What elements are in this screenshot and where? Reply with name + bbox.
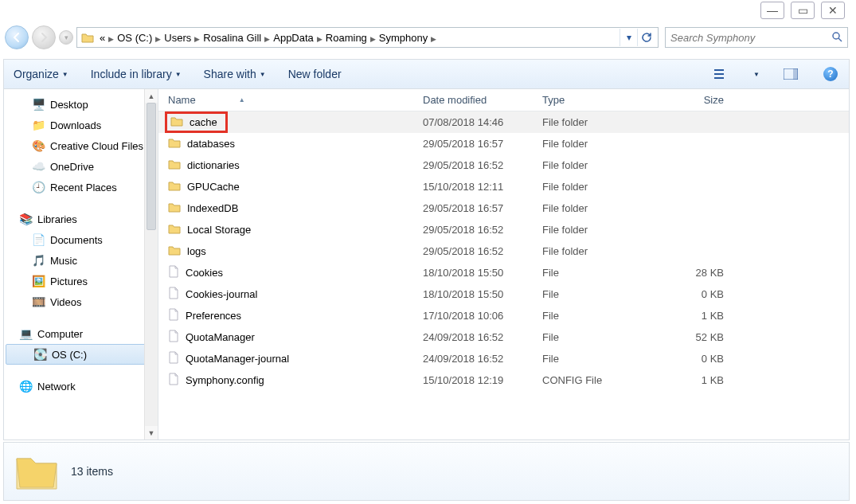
search-icon[interactable]: [831, 31, 842, 45]
desktop-icon: 🖥️: [31, 97, 45, 111]
breadcrumb-segment[interactable]: AppData: [272, 32, 315, 44]
tree-item-label: Computer: [37, 328, 83, 340]
breadcrumb-ellipsis[interactable]: «: [96, 32, 105, 44]
search-box[interactable]: [665, 27, 848, 48]
file-row[interactable]: cache07/08/2018 14:46File folder: [158, 111, 849, 133]
file-row[interactable]: logs29/05/2018 16:52File folder: [158, 240, 849, 262]
chevron-right-icon[interactable]: ▶: [193, 35, 201, 43]
file-row[interactable]: GPUCache15/10/2018 12:11File folder: [158, 176, 849, 197]
file-row[interactable]: Preferences17/10/2018 10:06File1 KB: [158, 305, 849, 326]
forward-button[interactable]: [32, 25, 56, 49]
svg-point-0: [833, 33, 839, 39]
tree-item[interactable]: 🎵Music: [4, 250, 158, 271]
tree-item[interactable]: 💽OS (C:): [6, 344, 156, 365]
tree-item[interactable]: 🖼️Pictures: [4, 271, 158, 291]
onedrive-icon: ☁️: [31, 159, 45, 174]
item-count-label: 13 items: [71, 465, 113, 478]
file-name: dictionaries: [187, 159, 240, 171]
file-date: 29/05/2018 16:52: [423, 245, 542, 257]
share-with-menu[interactable]: Share with▼: [204, 68, 266, 80]
file-row[interactable]: QuotaManager-journal24/09/2018 16:52File…: [158, 348, 849, 369]
scrollbar-thumb[interactable]: [147, 103, 156, 230]
folder-icon: [168, 180, 181, 193]
tree-item[interactable]: 🖥️Desktop: [4, 94, 158, 115]
chevron-right-icon[interactable]: ▶: [263, 35, 272, 43]
tree-item[interactable]: 📁Downloads: [4, 115, 158, 135]
chevron-right-icon[interactable]: ▶: [315, 35, 324, 43]
address-bar[interactable]: « ▶OS (C:)▶Users▶Rosalina Gill▶AppData▶R…: [76, 27, 659, 48]
close-button[interactable]: ✕: [821, 2, 845, 19]
column-date-modified[interactable]: Date modified: [423, 94, 542, 106]
file-row[interactable]: Cookies-journal18/10/2018 15:50File0 KB: [158, 283, 849, 305]
breadcrumb-segment[interactable]: Symphony: [377, 32, 429, 44]
command-toolbar: Organize▼ Include in library▼ Share with…: [3, 59, 850, 89]
file-type: File folder: [542, 224, 660, 236]
libraries-icon: 📚: [18, 212, 33, 226]
preview-pane-button[interactable]: [782, 65, 799, 83]
file-name: Preferences: [186, 310, 241, 322]
file-type: File: [542, 331, 660, 343]
file-row[interactable]: QuotaManager24/09/2018 16:52File52 KB: [158, 326, 849, 348]
file-icon: [168, 308, 179, 323]
chevron-right-icon[interactable]: ▶: [154, 35, 162, 43]
tree-item[interactable]: 🌐Network: [4, 376, 158, 397]
maximize-button[interactable]: ▭: [791, 2, 815, 19]
search-input[interactable]: [670, 32, 831, 44]
help-button[interactable]: ?: [822, 65, 839, 83]
folder-icon: [168, 158, 181, 172]
tree-item[interactable]: ☁️OneDrive: [4, 156, 158, 177]
address-dropdown-icon[interactable]: ▾: [620, 29, 637, 46]
sidebar-scrollbar[interactable]: ▲ ▼: [144, 89, 158, 440]
file-row[interactable]: databases29/05/2018 16:57File folder: [158, 133, 849, 154]
tree-item[interactable]: 🎨Creative Cloud Files: [4, 135, 158, 156]
tree-item[interactable]: 📄Documents: [4, 229, 158, 250]
organize-menu[interactable]: Organize▼: [14, 68, 68, 80]
breadcrumb-segment[interactable]: OS (C:): [115, 32, 154, 44]
chevron-right-icon[interactable]: ▶: [107, 35, 115, 43]
tree-item[interactable]: 🕘Recent Places: [4, 177, 158, 197]
breadcrumb-segment[interactable]: Roaming: [324, 32, 369, 44]
file-date: 29/05/2018 16:57: [423, 138, 542, 150]
view-options-button[interactable]: [713, 65, 731, 83]
file-date: 24/09/2018 16:52: [423, 331, 542, 343]
file-row[interactable]: Cookies18/10/2018 15:50File28 KB: [158, 262, 849, 283]
scroll-up-icon[interactable]: ▲: [145, 89, 158, 103]
tree-item[interactable]: 🎞️Videos: [4, 291, 158, 312]
column-size[interactable]: Size: [660, 94, 732, 106]
history-dropdown-icon[interactable]: ▾: [59, 30, 73, 45]
file-name: Symphony.config: [186, 374, 264, 386]
folder-icon: [168, 244, 181, 258]
file-date: 18/10/2018 15:50: [423, 288, 542, 300]
chevron-right-icon[interactable]: ▶: [369, 35, 377, 43]
file-icon: [168, 265, 179, 280]
include-in-library-menu[interactable]: Include in library▼: [91, 68, 182, 80]
file-row[interactable]: IndexedDB29/05/2018 16:57File folder: [158, 197, 849, 219]
folder-icon: [168, 201, 181, 215]
scroll-down-icon[interactable]: ▼: [145, 426, 158, 440]
pictures-icon: 🖼️: [31, 274, 45, 288]
svg-rect-3: [714, 77, 724, 79]
file-name: cache: [190, 116, 217, 128]
sort-ascending-icon: ▲: [239, 96, 245, 104]
file-row[interactable]: Local Storage29/05/2018 16:52File folder: [158, 219, 849, 240]
new-folder-button[interactable]: New folder: [288, 68, 342, 80]
tree-item[interactable]: 📚Libraries: [4, 209, 158, 229]
column-headers: Name▲ Date modified Type Size: [158, 89, 849, 111]
back-button[interactable]: [5, 25, 29, 49]
file-row[interactable]: dictionaries29/05/2018 16:52File folder: [158, 154, 849, 176]
chevron-right-icon[interactable]: ▶: [429, 35, 438, 43]
column-name[interactable]: Name▲: [168, 94, 423, 106]
file-name: Cookies-journal: [186, 288, 257, 300]
minimize-button[interactable]: —: [760, 2, 784, 19]
file-type: File folder: [542, 202, 660, 214]
refresh-button[interactable]: [637, 29, 655, 46]
tree-item-label: OneDrive: [50, 161, 94, 173]
tree-item[interactable]: 💻Computer: [4, 323, 158, 344]
breadcrumb-segment[interactable]: Rosalina Gill: [201, 32, 263, 44]
file-icon: [168, 287, 179, 302]
file-row[interactable]: Symphony.config15/10/2018 12:19CONFIG Fi…: [158, 369, 849, 391]
column-type[interactable]: Type: [542, 94, 660, 106]
drive-icon: 💽: [33, 347, 47, 361]
breadcrumb-segment[interactable]: Users: [162, 32, 193, 44]
chevron-down-icon[interactable]: ▼: [753, 71, 760, 78]
